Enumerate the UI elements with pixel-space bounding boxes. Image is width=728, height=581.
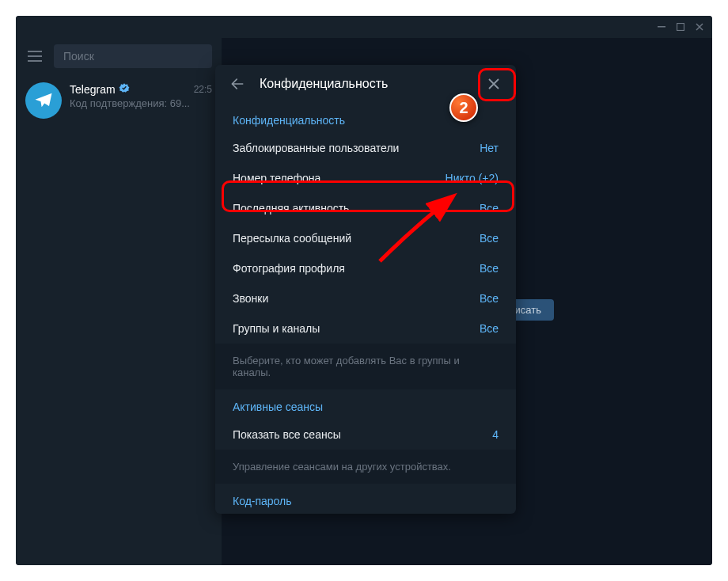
setting-forwarding[interactable]: Пересылка сообщений Все (215, 223, 516, 253)
setting-calls[interactable]: Звонки Все (215, 283, 516, 313)
setting-last-seen[interactable]: Последняя активность Все (215, 193, 516, 223)
sessions-section-header: Активные сеансы (215, 389, 516, 420)
chat-list-item[interactable]: Telegram 22:5 Код подтверждения: 69... (16, 74, 222, 127)
panel-title: Конфиденциальность (260, 77, 388, 91)
setting-groups-channels[interactable]: Группы и каналы Все (215, 313, 516, 344)
setting-phone-number[interactable]: Номер телефона Никто (+2) (215, 163, 516, 193)
privacy-section-hint: Выберите, кто может добавлять Вас в груп… (215, 344, 516, 389)
setting-profile-photo[interactable]: Фотография профиля Все (215, 253, 516, 283)
chat-title: Telegram (70, 82, 130, 96)
window-close-button[interactable] (690, 19, 709, 35)
chat-avatar (25, 82, 62, 119)
window-titlebar (16, 16, 712, 38)
setting-blocked-users[interactable]: Заблокированные пользователи Нет (215, 133, 516, 163)
menu-icon[interactable] (25, 47, 44, 66)
search-input[interactable]: Поиск (54, 44, 212, 68)
svg-rect-0 (658, 26, 665, 28)
minimize-button[interactable] (652, 19, 671, 35)
maximize-button[interactable] (671, 19, 690, 35)
setting-show-sessions[interactable]: Показать все сеансы 4 (215, 420, 516, 450)
annotation-step-badge: 2 (449, 93, 478, 122)
svg-rect-1 (677, 24, 684, 31)
chat-preview: Код подтверждения: 69... (70, 97, 212, 109)
sidebar: Поиск Telegram 22:5 (16, 38, 222, 565)
verified-icon (119, 82, 130, 96)
passcode-section-header: Код-пароль (215, 484, 516, 514)
privacy-settings-panel: Конфиденциальность Конфиденциальность За… (215, 65, 516, 514)
back-button[interactable] (229, 76, 245, 92)
chat-time: 22:5 (194, 84, 212, 95)
panel-close-button[interactable] (483, 73, 505, 95)
sessions-section-hint: Управление сеансами на других устройства… (215, 450, 516, 484)
